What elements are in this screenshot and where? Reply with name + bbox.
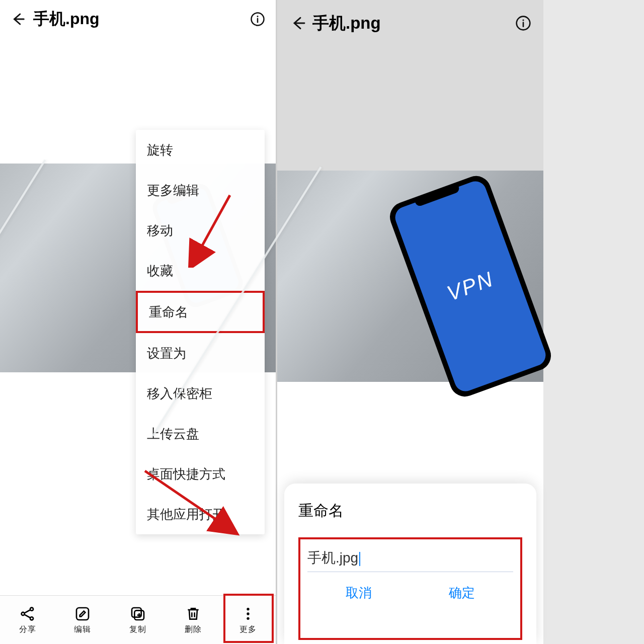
rename-dialog: 重命名 手机.jpg 取消 确定	[284, 484, 536, 644]
menu-item-shortcut[interactable]: 桌面快捷方式	[136, 454, 265, 494]
edit-button[interactable]: 编辑	[55, 596, 111, 644]
share-button[interactable]: 分享	[0, 596, 55, 644]
menu-item-rename[interactable]: 重命名	[136, 291, 265, 333]
right-screen: 手机.png VPN 重命名 手机.jpg 取消 确定	[277, 0, 543, 644]
svg-point-4	[21, 612, 24, 615]
back-button[interactable]	[287, 12, 309, 34]
info-button[interactable]	[512, 12, 534, 34]
confirm-button[interactable]: 确定	[434, 578, 490, 608]
annotation-highlight: 手机.jpg 取消 确定	[298, 537, 522, 640]
phone-illustration: VPN	[386, 172, 555, 400]
edit-icon	[74, 605, 91, 622]
delete-button[interactable]: 删除	[166, 596, 221, 644]
menu-item-move[interactable]: 移动	[136, 210, 265, 251]
copy-icon	[130, 605, 146, 622]
delete-icon	[185, 605, 201, 622]
file-title: 手机.png	[33, 8, 100, 30]
toolbar-label: 复制	[129, 624, 146, 635]
header: 手机.png	[277, 0, 543, 46]
input-value: 手机.jpg	[307, 550, 358, 566]
svg-point-1	[257, 16, 259, 17]
copy-button[interactable]: 复制	[110, 596, 166, 644]
laptop-edge	[0, 159, 46, 426]
header: 手机.png	[0, 0, 276, 38]
bottom-toolbar: 分享 编辑 复制 删除	[0, 595, 276, 644]
image-preview[interactable]: VPN	[277, 171, 543, 382]
menu-item-rotate[interactable]: 旋转	[136, 130, 265, 170]
svg-point-6	[30, 617, 33, 620]
annotation-highlight	[223, 594, 274, 643]
more-menu: 旋转 更多编辑 移动 收藏 重命名 设置为 移入保密柜 上传云盘 桌面快捷方式 …	[136, 130, 265, 534]
back-button[interactable]	[7, 8, 29, 30]
toolbar-label: 删除	[185, 624, 202, 635]
menu-item-move-safe[interactable]: 移入保密柜	[136, 373, 265, 414]
menu-item-set-as[interactable]: 设置为	[136, 333, 265, 373]
info-button[interactable]	[247, 8, 269, 30]
toolbar-label: 分享	[19, 624, 36, 635]
share-icon	[20, 605, 36, 622]
file-title: 手机.png	[312, 12, 381, 35]
vpn-label: VPN	[444, 267, 497, 306]
svg-point-5	[30, 607, 33, 610]
cancel-button[interactable]: 取消	[331, 578, 387, 608]
dialog-title: 重命名	[298, 501, 522, 521]
text-caret	[359, 552, 360, 566]
left-screen: 手机.png 旋转 更多编辑 移动 收藏 重命名 设置为 移入保密柜 上传云盘 …	[0, 0, 277, 644]
menu-item-more-edit[interactable]: 更多编辑	[136, 170, 265, 210]
svg-point-14	[522, 19, 524, 21]
toolbar-label: 编辑	[74, 624, 91, 635]
menu-item-open-with[interactable]: 其他应用打开	[136, 494, 265, 534]
svg-rect-7	[76, 608, 89, 620]
rename-input[interactable]: 手机.jpg	[307, 548, 513, 572]
